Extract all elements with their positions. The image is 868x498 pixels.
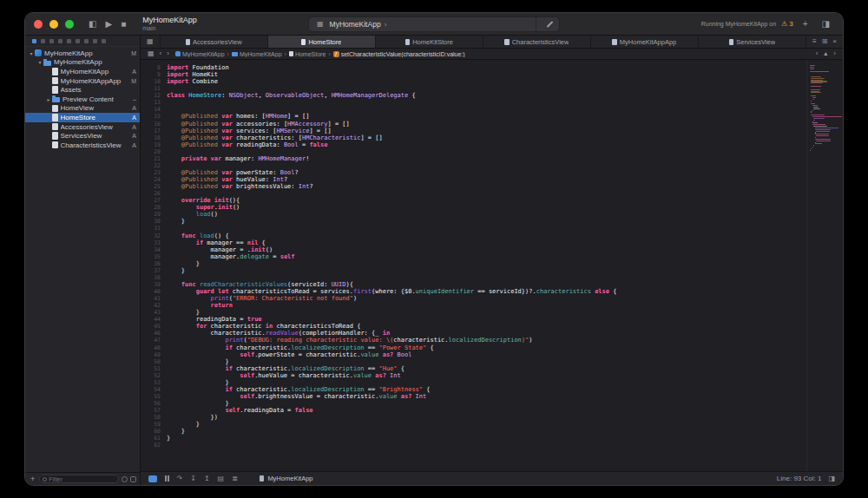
code-line-37[interactable]: 37 } [141,267,806,274]
back-icon[interactable]: ‹ [160,50,162,57]
code-line-48[interactable]: 48 if characteristic.localizedDescriptio… [141,344,806,351]
report-navigator-icon[interactable] [102,39,106,43]
close-editor-icon[interactable]: × [832,38,837,45]
code-line-51[interactable]: 51 if characteristic.localizedDescriptio… [141,365,806,372]
code-line-29[interactable]: 29 load() [141,211,806,218]
related-items-menu-icon[interactable]: ▦ [148,50,155,57]
breadcrumb-item-myhomekitapp[interactable]: MyHomeKitApp [232,51,282,57]
sidebar-item-homestore[interactable]: HomeStoreA [25,113,140,122]
scm-status-filter-icon[interactable] [130,476,136,482]
code-line-14[interactable]: 14 [141,106,806,113]
code-line-62[interactable]: 62 [141,442,806,449]
sidebar-item-assets[interactable]: Assets [25,85,140,95]
code-line-42[interactable]: 42 return [141,302,806,309]
code-line-55[interactable]: 55 self.brightnessValue = characteristic… [141,393,806,400]
step-out-icon[interactable]: ↥ [204,475,210,482]
activity-view[interactable]: ▦ MyHomeKitApp › [308,16,560,32]
breadcrumb-item-setcharacteristicvalue-characteristicid-[interactable]: ƒsetCharacteristicValue(characteristicID… [333,51,465,57]
edit-activity-button[interactable] [540,17,559,31]
code-line-8[interactable]: 8import Foundation [141,64,806,71]
filter-field[interactable] [39,475,119,483]
code-line-9[interactable]: 9import HomeKit [141,71,806,78]
tab-servicesview[interactable]: ServicesView [699,36,806,48]
issue-up-icon[interactable]: ▴ [824,50,827,57]
find-navigator-icon[interactable] [58,39,62,43]
code-line-11[interactable]: 11 [141,85,806,92]
source-control-navigator-icon[interactable] [41,39,45,43]
code-line-16[interactable]: 16 @Published var accessories: [HMAccess… [141,121,806,128]
code-line-13[interactable]: 13 [141,99,806,106]
sidebar-item-servicesview[interactable]: ServicesViewA [25,131,140,141]
zoom-window-button[interactable] [65,20,74,29]
code-line-41[interactable]: 41 print("ERROR: Characteristic not foun… [141,295,806,302]
stop-button[interactable]: ■ [121,20,126,29]
sidebar-item-myhomekitappapp[interactable]: MyHomeKitAppAppM [25,76,140,86]
code-line-34[interactable]: 34 manager = .init() [141,246,806,253]
minimap[interactable] [806,60,843,471]
related-items-icon[interactable]: ▦ [147,38,154,45]
filter-input[interactable] [49,476,115,482]
code-line-22[interactable]: 22 [141,162,806,169]
code-line-60[interactable]: 60 } [141,428,806,435]
code-line-58[interactable]: 58 }) [141,414,806,421]
code-line-24[interactable]: 24 @Published var hueValue: Int? [141,176,806,183]
code-line-43[interactable]: 43 } [141,309,806,316]
code-line-27[interactable]: 27 override init(){ [141,197,806,204]
code-line-54[interactable]: 54 if characteristic.localizedDescriptio… [141,386,806,393]
sidebar-item-myhomekitapp[interactable]: ▾MyHomeKitAppM [25,49,140,58]
code-line-45[interactable]: 45 for characteristic in characteristics… [141,323,806,330]
sidebar-item-myhomekitapp[interactable]: MyHomeKitAppA [25,67,140,76]
step-into-icon[interactable]: ↧ [190,475,196,482]
code-line-31[interactable]: 31 [141,225,806,232]
code-line-53[interactable]: 53 } [141,379,806,386]
next-issue-icon[interactable]: › [833,50,836,57]
code-line-40[interactable]: 40 guard let characteristicsToRead = ser… [141,288,806,295]
code-line-49[interactable]: 49 self.powerState = characteristic.valu… [141,351,806,358]
code-line-20[interactable]: 20 [141,148,806,155]
breadcrumb-item-myhomekitapp[interactable]: MyHomeKitApp [175,51,225,57]
disclosure-triangle-icon[interactable]: ▸ [45,96,52,102]
debug-navigator-icon[interactable] [84,39,89,43]
code-line-61[interactable]: 61} [141,435,806,442]
code-line-46[interactable]: 46 characteristic.readValue(completionHa… [141,330,806,337]
code-line-56[interactable]: 56 } [141,400,806,407]
sidebar-item-preview-content[interactable]: ▸Preview Content– [25,95,140,104]
code-line-28[interactable]: 28 super.init() [141,204,806,211]
tab-homekitstore[interactable]: HomeKitStore [376,36,483,48]
scheme-selector[interactable]: MyHomeKitApp main [142,16,197,31]
code-line-30[interactable]: 30 } [141,218,806,225]
editor-pane-icon[interactable]: ◨ [828,475,835,482]
code-line-23[interactable]: 23 @Published var powerState: Bool? [141,169,806,176]
code-line-18[interactable]: 18 @Published var characteristics: [HMCh… [141,134,806,141]
tab-accessoriesview[interactable]: AccessoriesView [161,36,268,48]
code-line-21[interactable]: 21 private var manager: HMHomeManager! [141,155,806,162]
code-line-47[interactable]: 47 print("DEBUG: reading characteristic … [141,337,806,344]
breakpoint-navigator-icon[interactable] [93,39,97,43]
split-editor-icon[interactable]: ⊞ [822,38,828,45]
view-debugger-icon[interactable]: ▤ [218,475,225,482]
step-over-icon[interactable]: ↷ [177,475,183,482]
tab-homestore[interactable]: HomeStore [268,36,376,48]
toggle-inspector-icon[interactable]: ◨ [822,20,830,29]
disclosure-triangle-icon[interactable]: ▾ [36,59,43,65]
symbol-navigator-icon[interactable] [49,39,54,43]
code-line-26[interactable]: 26 [141,190,806,197]
source-editor[interactable]: 8import Foundation9import HomeKit10impor… [141,60,806,471]
code-line-25[interactable]: 25 @Published var brightnessValue: Int? [141,183,806,190]
project-navigator-icon[interactable] [32,39,36,43]
disclosure-triangle-icon[interactable]: ▾ [28,50,35,56]
code-line-39[interactable]: 39 func readCharacteristicValues(service… [141,281,806,288]
code-line-15[interactable]: 15 @Published var homes: [HMHome] = [] [141,113,806,120]
breakpoints-toggle-icon[interactable] [148,475,157,482]
code-line-33[interactable]: 33 if manager == nil { [141,239,806,246]
code-line-19[interactable]: 19 @Published var readingData: Bool = fa… [141,141,806,148]
code-line-12[interactable]: 12class HomeStore: NSObject, ObservableO… [141,92,806,99]
sidebar-item-accessoriesview[interactable]: AccessoriesViewA [25,122,140,132]
prev-issue-icon[interactable]: ‹ [816,50,819,57]
breadcrumb-item-homestore[interactable]: HomeStore [289,51,326,57]
code-line-32[interactable]: 32 func load() { [141,233,806,239]
recent-files-filter-icon[interactable] [122,476,128,482]
pause-icon[interactable] [165,475,169,482]
memory-debugger-icon[interactable]: ≣ [232,475,238,482]
editor-options-icon[interactable]: ≡ [812,38,817,45]
